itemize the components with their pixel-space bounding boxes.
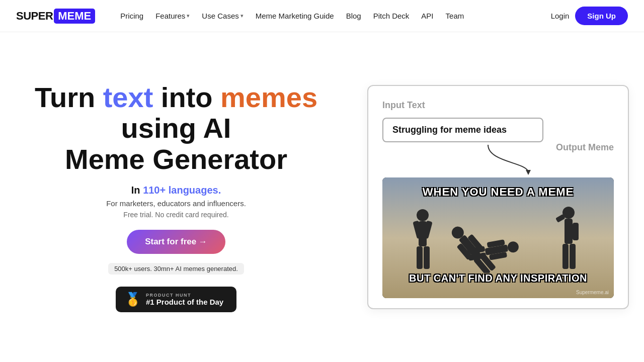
login-button[interactable]: Login	[551, 12, 570, 20]
hero-subtitle: In 110+ languages.	[131, 185, 221, 196]
nav-api[interactable]: API	[416, 9, 438, 23]
nav-pitch-deck[interactable]: Pitch Deck	[368, 9, 415, 23]
demo-input[interactable]: Struggling for meme ideas	[382, 118, 543, 142]
svg-rect-20	[565, 219, 573, 244]
nav-actions: Login Sign Up	[551, 7, 628, 25]
stats-badge: 500k+ users. 30mn+ AI memes generated.	[108, 263, 244, 275]
nav-pricing[interactable]: Pricing	[115, 9, 148, 23]
hero-title: Turn text into memes using AI Meme Gener…	[30, 82, 322, 175]
signup-button[interactable]: Sign Up	[575, 7, 628, 25]
nav-meme-guide[interactable]: Meme Marketing Guide	[251, 9, 339, 23]
input-label: Input Text	[382, 100, 614, 111]
nav-team[interactable]: Team	[441, 9, 469, 23]
demo-card: Input Text Struggling for meme ideas Out…	[367, 85, 629, 309]
product-hunt-badge[interactable]: 🥇 PRODUCT HUNT #1 Product of the Day	[116, 287, 236, 312]
nav-links: Pricing Features ▾ Use Cases ▾ Meme Mark…	[115, 9, 550, 23]
meme-bottom-text: BUT CAN'T FIND ANY INSPIRATION	[382, 273, 614, 284]
hero-panel: Turn text into memes using AI Meme Gener…	[0, 32, 352, 362]
ph-rank: #1 Product of the Day	[146, 298, 223, 306]
demo-panel: Input Text Struggling for meme ideas Out…	[352, 32, 644, 362]
svg-rect-24	[570, 244, 576, 269]
nav-blog[interactable]: Blog	[341, 9, 366, 23]
hero-memes-highlight: memes	[220, 81, 317, 113]
hero-desc: For marketers, educators and influencers…	[106, 199, 246, 208]
svg-marker-0	[526, 170, 531, 175]
hero-text-highlight: text	[103, 81, 153, 113]
logo-super: SUPER	[16, 10, 53, 23]
svg-rect-22	[573, 223, 579, 240]
meme-watermark: Supermeme.ai	[576, 290, 609, 295]
use-cases-chevron-icon: ▾	[240, 13, 244, 19]
svg-point-1	[417, 209, 429, 221]
meme-canvas: WHEN YOU NEED A MEME	[382, 177, 614, 298]
svg-point-13	[507, 241, 519, 253]
meme-output: WHEN YOU NEED A MEME	[382, 177, 614, 298]
curve-arrow-icon	[448, 142, 548, 177]
ph-text: PRODUCT HUNT #1 Product of the Day	[146, 293, 223, 306]
nav-use-cases[interactable]: Use Cases ▾	[197, 9, 248, 23]
meme-figures-icon	[382, 203, 614, 273]
svg-rect-6	[424, 246, 430, 269]
language-highlight: 110+ languages.	[143, 185, 221, 196]
output-label: Output Meme	[556, 142, 614, 153]
features-chevron-icon: ▾	[187, 13, 190, 19]
hero-trial: Free trial. No credit card required.	[123, 211, 228, 219]
nav-features[interactable]: Features ▾	[150, 9, 195, 23]
meme-top-text: WHEN YOU NEED A MEME	[382, 186, 614, 199]
svg-rect-5	[417, 246, 423, 269]
logo-meme: MEME	[54, 9, 95, 24]
logo[interactable]: SUPER MEME	[16, 9, 95, 24]
arrow-container: Output Meme	[382, 142, 614, 177]
main-content: Turn text into memes using AI Meme Gener…	[0, 32, 644, 362]
medal-icon: 🥇	[125, 292, 141, 307]
navbar: SUPER MEME Pricing Features ▾ Use Cases …	[0, 0, 644, 32]
svg-rect-23	[562, 244, 569, 269]
ph-label: PRODUCT HUNT	[146, 293, 223, 298]
start-free-button[interactable]: Start for free →	[127, 230, 225, 254]
